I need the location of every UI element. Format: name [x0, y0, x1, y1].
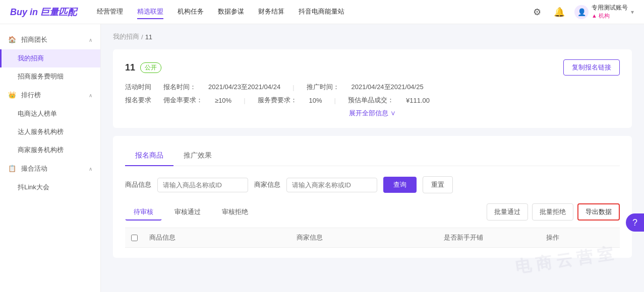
tab-promo-effect[interactable]: 推广效果 [173, 146, 222, 166]
nav-item-alliance[interactable]: 精选联盟 [137, 5, 163, 19]
title-left: 11 公开 [125, 62, 161, 73]
th-action: 操作 [540, 233, 620, 242]
table-header: 商品信息 商家信息 是否新手开铺 操作 [125, 228, 620, 248]
nav-item-task[interactable]: 机构任务 [178, 5, 204, 19]
user-avatar-area[interactable]: 👤 专用测试账号 ▲ 机构 ▾ [574, 4, 634, 20]
th-newstore: 是否新手开铺 [438, 233, 540, 242]
status-tabs: 待审核 审核通过 审核拒绝 [125, 204, 257, 221]
th-product: 商品信息 [143, 233, 290, 242]
activity-title: 11 [125, 62, 135, 73]
sidebar-group-merchant-label: 招商团长 [21, 36, 47, 43]
sidebar-group-activity-label: 撮合活动 [21, 165, 47, 172]
sidebar-item-ecom-rank[interactable]: 电商达人榜单 [0, 105, 100, 123]
settings-icon[interactable]: ⚙ [530, 5, 544, 19]
th-merchant: 商家信息 [290, 233, 438, 242]
nav-items: 经营管理 精选联盟 机构任务 数据参谋 财务结算 抖音电商能量站 [97, 5, 530, 19]
status-row: 待审核 审核通过 审核拒绝 批量通过 批量拒绝 导出数据 [125, 203, 620, 221]
batch-reject-button[interactable]: 批量拒绝 [532, 203, 573, 221]
top-nav: Buy in 巨量匹配 经营管理 精选联盟 机构任务 数据参谋 财务结算 抖音电… [0, 0, 644, 24]
req-label: 报名要求 [125, 96, 151, 105]
promo-value: 2021/04/24至2021/04/25 [352, 83, 424, 92]
breadcrumb-sep: / [141, 33, 143, 41]
copy-link-button[interactable]: 复制报名链接 [563, 59, 620, 76]
price-label: 预估单品成交： [348, 96, 394, 105]
time-label: 活动时间 [125, 83, 151, 92]
service-label: 服务费要求： [258, 96, 297, 105]
info-sep: | [292, 84, 294, 91]
sidebar: 🏠 招商团长 ∧ 我的招商 招商服务费明细 👑 排行榜 ∧ 电商达人榜单 达人服… [0, 24, 101, 292]
select-all-checkbox[interactable] [131, 235, 138, 241]
sidebar-item-service-fee[interactable]: 招商服务费明细 [0, 67, 100, 86]
tab-signup-products[interactable]: 报名商品 [125, 146, 173, 166]
col-check [125, 235, 143, 241]
sidebar-group-ranking-label: 排行榜 [21, 91, 41, 99]
content-card: 报名商品 推广效果 商品信息 商家信息 查询 重置 待审核 审核通过 审核拒绝 [113, 136, 632, 258]
product-search-input[interactable] [157, 178, 248, 192]
breadcrumb-parent[interactable]: 我的招商 [113, 32, 139, 41]
reset-button[interactable]: 重置 [423, 176, 453, 193]
signup-value: 2021/04/23至2021/04/24 [208, 83, 280, 92]
chevron-up-icon-2: ∧ [89, 93, 92, 98]
status-tab-rejected[interactable]: 审核拒绝 [213, 204, 257, 221]
ranking-group-icon: 👑 [8, 91, 16, 99]
sidebar-item-my-merchant[interactable]: 我的招商 [0, 49, 100, 67]
sidebar-group-merchant[interactable]: 🏠 招商团长 ∧ [0, 30, 100, 49]
commission-value: ≥10% [215, 97, 231, 104]
action-buttons: 批量通过 批量拒绝 导出数据 [487, 203, 620, 221]
filter-row: 商品信息 商家信息 查询 重置 [125, 176, 620, 193]
activity-group-icon: 📋 [8, 165, 16, 172]
merchant-group-icon: 🏠 [8, 36, 16, 43]
activity-card: 11 公开 复制报名链接 活动时间 报名时间： 2021/04/23至2021/… [113, 49, 632, 128]
user-tag: ▲ 机构 [592, 12, 628, 20]
main-content: 我的招商 / 11 11 公开 复制报名链接 活动时间 报名时间： 2021/0… [101, 24, 644, 292]
chevron-up-icon-3: ∧ [89, 166, 92, 172]
bell-icon[interactable]: 🔔 [552, 5, 566, 19]
status-tab-approved[interactable]: 审核通过 [166, 204, 209, 221]
status-tab-pending[interactable]: 待审核 [125, 204, 162, 221]
filter-merchant-label: 商家信息 [254, 180, 280, 189]
price-value: ¥111.00 [406, 97, 430, 104]
nav-right: ⚙ 🔔 👤 专用测试账号 ▲ 机构 ▾ [530, 4, 634, 20]
logo: Buy in 巨量匹配 [10, 6, 77, 18]
signup-label: 报名时间： [163, 83, 196, 92]
activity-time-row: 活动时间 报名时间： 2021/04/23至2021/04/24 | 推广时间：… [125, 83, 620, 92]
user-name: 专用测试账号 [592, 4, 628, 12]
nav-item-energy[interactable]: 抖音电商能量站 [299, 5, 344, 19]
export-data-button[interactable]: 导出数据 [577, 203, 620, 221]
avatar: 👤 [574, 5, 589, 19]
breadcrumb: 我的招商 / 11 [113, 32, 632, 41]
sidebar-group-activity[interactable]: 📋 撮合活动 ∧ [0, 159, 100, 178]
activity-req-row: 报名要求 佣金率要求： ≥10% | 服务费要求： 10% | 预估单品成交： … [125, 96, 620, 105]
batch-pass-button[interactable]: 批量通过 [487, 203, 528, 221]
query-button[interactable]: 查询 [383, 177, 417, 193]
sidebar-group-ranking[interactable]: 👑 排行榜 ∧ [0, 86, 100, 105]
float-support-button[interactable]: ? [626, 213, 644, 232]
commission-label: 佣金率要求： [163, 96, 203, 105]
nav-item-finance[interactable]: 财务结算 [258, 5, 284, 19]
expand-link[interactable]: 展开全部信息 ∨ [125, 109, 620, 118]
sidebar-item-talent-rank[interactable]: 达人服务机构榜 [0, 123, 100, 141]
sidebar-item-merchant-rank[interactable]: 商家服务机构榜 [0, 141, 100, 159]
filter-product-label: 商品信息 [125, 180, 151, 189]
promo-label: 推广时间： [307, 83, 339, 92]
title-row: 11 公开 复制报名链接 [125, 59, 620, 76]
layout: 🏠 招商团长 ∧ 我的招商 招商服务费明细 👑 排行榜 ∧ 电商达人榜单 达人服… [0, 24, 644, 292]
status-badge: 公开 [140, 62, 161, 73]
user-info: 专用测试账号 ▲ 机构 [592, 4, 628, 20]
merchant-search-input[interactable] [286, 178, 377, 192]
service-value: 10% [309, 97, 322, 104]
breadcrumb-current: 11 [145, 33, 152, 41]
sidebar-item-link-event[interactable]: 抖Link大会 [0, 178, 100, 196]
chevron-up-icon: ∧ [89, 37, 92, 43]
product-tabs: 报名商品 推广效果 [125, 146, 620, 166]
nav-item-data[interactable]: 数据参谋 [218, 5, 244, 19]
dropdown-icon: ▾ [631, 9, 634, 16]
nav-item-management[interactable]: 经营管理 [97, 5, 123, 19]
